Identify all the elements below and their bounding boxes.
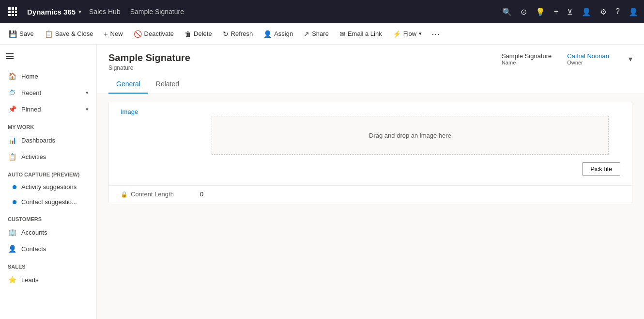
pick-file-label: Pick file: [590, 165, 612, 173]
deactivate-icon: 🚫: [134, 30, 142, 38]
assign-icon: 👤: [263, 30, 272, 38]
brand: Dynamics 365 ▾: [27, 8, 81, 16]
content-length-label: 🔒 Content Length: [121, 191, 188, 198]
add-icon[interactable]: +: [554, 7, 558, 16]
more-label: ⋯: [431, 30, 440, 38]
record-type: Signature: [108, 64, 190, 71]
activities-icon: 📋: [8, 153, 16, 160]
sidebar-item-contact-suggestions-label: Contact suggestio...: [21, 198, 77, 206]
svg-rect-4: [12, 11, 14, 13]
nav-record-name: Sample Signature: [130, 8, 184, 16]
flow-chevron-icon: ▾: [419, 31, 422, 37]
summary-name-value: Sample Signature: [502, 52, 552, 60]
filter-icon[interactable]: ⊻: [567, 7, 573, 16]
deactivate-button[interactable]: 🚫 Deactivate: [129, 27, 179, 41]
drop-zone-text: Drag and drop an image here: [369, 132, 451, 139]
share-label: Share: [312, 30, 329, 37]
refresh-button[interactable]: ↻ Refresh: [218, 27, 258, 41]
sidebar-item-activity-suggestions[interactable]: Activity suggestions: [0, 179, 96, 194]
assign-label: Assign: [274, 30, 293, 37]
pick-file-button[interactable]: Pick file: [582, 162, 620, 175]
content-length-value: 0: [200, 191, 203, 198]
image-drop-zone[interactable]: Drag and drop an image here: [212, 116, 609, 155]
delete-button[interactable]: 🗑 Delete: [180, 27, 217, 41]
assign-button[interactable]: 👤 Assign: [259, 27, 298, 41]
sidebar-item-pinned-label: Pinned: [21, 106, 81, 113]
apps-icon[interactable]: [6, 5, 19, 18]
svg-rect-1: [12, 7, 14, 10]
sidebar-item-dashboards-label: Dashboards: [21, 137, 89, 144]
sidebar-item-home[interactable]: 🏠 Home: [0, 68, 96, 84]
sidebar-item-activities-label: Activities: [21, 153, 89, 160]
sidebar-item-leads-label: Leads: [21, 276, 89, 284]
target-icon[interactable]: ⊙: [521, 7, 527, 16]
main-layout: 🏠 Home ⏱ Recent ▾ 📌 Pinned ▾ My Work 📊 D…: [0, 45, 644, 319]
nav-right-icons: 🔍 ⊙ 💡 + ⊻ 👤 ⚙ ? 👤: [502, 7, 638, 16]
summary-name-label: Name: [502, 60, 552, 65]
image-field-label: Image: [121, 108, 188, 115]
auto-capture-section-label: Auto capture (preview): [0, 165, 96, 179]
email-link-button[interactable]: ✉ Email a Link: [335, 27, 387, 41]
customers-section-label: Customers: [0, 209, 96, 224]
sidebar-toggle-button[interactable]: [0, 47, 19, 66]
svg-rect-5: [15, 11, 17, 13]
summary-owner-label: Owner: [567, 60, 609, 65]
record-header-left: Sample Signature Signature: [108, 52, 190, 71]
svg-rect-10: [6, 56, 14, 57]
sidebar-item-activity-suggestions-label: Activity suggestions: [21, 183, 77, 191]
dashboards-icon: 📊: [8, 136, 16, 144]
flow-button[interactable]: ⚡ Flow ▾: [388, 27, 427, 41]
activity-suggestions-dot: [13, 185, 16, 189]
tab-related[interactable]: Related: [148, 75, 187, 94]
sidebar-item-leads[interactable]: ⭐ Leads: [0, 271, 96, 288]
recent-chevron-icon: ▾: [86, 90, 89, 96]
sidebar-item-accounts[interactable]: 🏢 Accounts: [0, 224, 96, 240]
summary-owner-value[interactable]: Cathal Noonan: [567, 52, 609, 60]
save-button[interactable]: 💾 Save: [4, 27, 39, 41]
form-section: Image Drag and drop an image here Pick f…: [108, 102, 632, 203]
lock-icon: 🔒: [121, 191, 128, 198]
tab-general[interactable]: General: [108, 75, 148, 94]
refresh-label: Refresh: [231, 30, 253, 37]
sidebar-item-contacts[interactable]: 👤 Contacts: [0, 240, 96, 257]
settings-icon[interactable]: ⚙: [600, 7, 607, 16]
image-drop-area: Drag and drop an image here Pick file: [200, 108, 620, 179]
sidebar-item-pinned[interactable]: 📌 Pinned ▾: [0, 101, 96, 117]
profile-icon[interactable]: 👤: [629, 7, 638, 16]
sidebar-item-recent[interactable]: ⏱ Recent ▾: [0, 84, 96, 101]
image-field-row: Image Drag and drop an image here Pick f…: [109, 102, 632, 185]
search-icon[interactable]: 🔍: [502, 7, 512, 16]
flow-icon: ⚡: [393, 30, 401, 38]
summary-chevron-icon[interactable]: ▾: [629, 54, 632, 64]
refresh-icon: ↻: [223, 30, 229, 38]
app-name: Sales Hub: [89, 8, 121, 16]
help-icon[interactable]: ?: [615, 7, 620, 16]
brand-chevron[interactable]: ▾: [78, 9, 81, 15]
top-nav: Dynamics 365 ▾ Sales Hub Sample Signatur…: [0, 0, 644, 23]
svg-rect-3: [8, 11, 11, 13]
search-person-icon[interactable]: 👤: [582, 7, 591, 16]
main-content: Sample Signature Signature Sample Signat…: [97, 45, 644, 319]
svg-rect-2: [15, 7, 17, 10]
contact-suggestions-dot: [13, 200, 16, 204]
new-label: New: [110, 30, 123, 37]
sidebar-item-recent-label: Recent: [21, 89, 81, 96]
sidebar-item-dashboards[interactable]: 📊 Dashboards: [0, 132, 96, 148]
record-tabs: General Related: [108, 75, 632, 94]
save-close-button[interactable]: 📋 Save & Close: [40, 27, 98, 41]
sidebar-item-home-label: Home: [21, 73, 89, 80]
content-length-row: 🔒 Content Length 0: [109, 185, 632, 203]
delete-icon: 🗑: [184, 30, 191, 38]
leads-icon: ⭐: [8, 276, 16, 284]
record-title: Sample Signature: [108, 52, 190, 64]
more-button[interactable]: ⋯: [428, 27, 444, 41]
sidebar-item-contact-suggestions[interactable]: Contact suggestio...: [0, 194, 96, 209]
home-icon: 🏠: [8, 72, 16, 80]
new-button[interactable]: + New: [99, 27, 127, 41]
pinned-icon: 📌: [8, 105, 16, 113]
brand-name: Dynamics 365: [27, 8, 76, 16]
sidebar-item-activities[interactable]: 📋 Activities: [0, 148, 96, 165]
lightbulb-icon[interactable]: 💡: [536, 7, 545, 16]
accounts-icon: 🏢: [8, 228, 16, 236]
share-button[interactable]: ↗ Share: [299, 27, 334, 41]
